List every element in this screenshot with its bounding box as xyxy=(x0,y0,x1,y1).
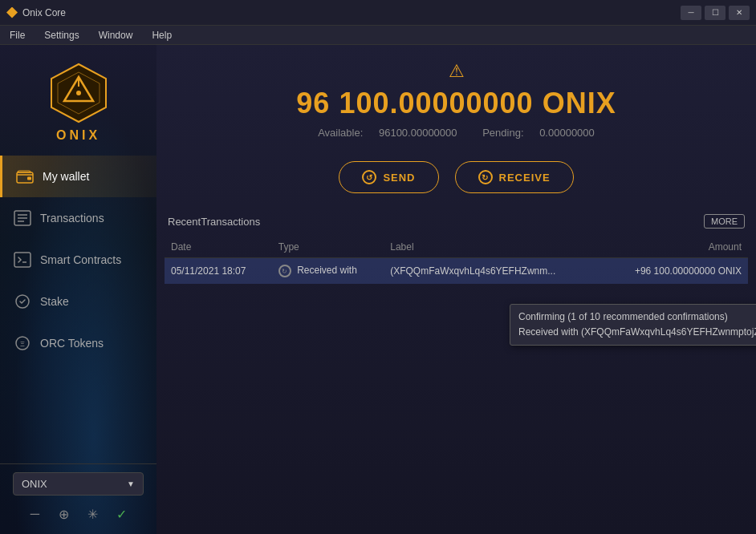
tx-label: (XFQQmFaWxqvhLq4s6YEFHZwnm... xyxy=(384,258,601,285)
minimize-button[interactable]: ─ xyxy=(681,6,701,20)
table-header-row: Date Type Label Amount xyxy=(165,237,748,258)
transactions-panel: RecentTransactions MORE Date Type Label … xyxy=(165,209,748,534)
menu-bar: File Settings Window Help xyxy=(0,26,756,45)
more-button[interactable]: MORE xyxy=(704,214,745,229)
svg-rect-11 xyxy=(14,253,30,267)
col-date: Date xyxy=(165,237,272,258)
network-label: ONIX xyxy=(22,478,47,490)
menu-settings[interactable]: Settings xyxy=(41,28,82,42)
orc-tokens-label: ORC Tokens xyxy=(40,337,104,350)
logo-text: ONIX xyxy=(56,128,100,143)
wallet-icon xyxy=(15,167,35,186)
sidebar-item-wallet[interactable]: My wallet xyxy=(0,156,156,197)
stake-label: Stake xyxy=(40,295,69,308)
pending-value: 0.00000000 xyxy=(539,127,595,139)
logo-area: ONIX xyxy=(0,45,156,156)
send-button[interactable]: ↺ SEND xyxy=(339,161,438,193)
title-bar-controls: ─ ☐ ✕ xyxy=(681,6,750,20)
maximize-button[interactable]: ☐ xyxy=(705,6,726,20)
transactions-header: RecentTransactions MORE xyxy=(165,209,748,233)
send-label: SEND xyxy=(383,172,415,184)
receive-label: RECEIVE xyxy=(499,172,551,184)
app-title: Onix Core xyxy=(22,7,66,18)
transactions-label: Transactions xyxy=(40,212,104,225)
menu-file[interactable]: File xyxy=(6,28,28,42)
logo-hex xyxy=(47,61,111,125)
minus-icon[interactable]: ─ xyxy=(26,505,44,523)
smart-contracts-label: Smart Contracts xyxy=(40,253,121,266)
receive-button[interactable]: ↻ RECEIVE xyxy=(455,161,574,193)
tooltip-line1: Confirming (1 of 10 recommended confirma… xyxy=(518,309,756,325)
main-content: ⚠ 96 100.00000000 ONIX Available: 96100.… xyxy=(156,45,756,534)
col-type: Type xyxy=(272,237,384,258)
tx-type: ↻ Received with xyxy=(272,258,384,285)
sidebar-item-stake[interactable]: Stake xyxy=(0,281,156,322)
sidebar-item-transactions[interactable]: Transactions xyxy=(0,197,156,239)
svg-text:Ξ: Ξ xyxy=(20,340,25,348)
sidebar-bottom: ONIX ▼ ─ ⊕ ✳ ✓ xyxy=(0,463,156,534)
smart-contracts-icon xyxy=(13,250,32,269)
chevron-down-icon: ▼ xyxy=(127,479,135,488)
menu-help[interactable]: Help xyxy=(148,28,175,42)
svg-point-3 xyxy=(76,91,81,95)
bottom-icons: ─ ⊕ ✳ ✓ xyxy=(13,502,144,526)
sidebar: ONIX My wallet xyxy=(0,45,156,534)
title-bar: Onix Core ─ ☐ ✕ xyxy=(0,0,756,26)
transaction-tooltip: Confirming (1 of 10 recommended confirma… xyxy=(510,304,756,346)
close-button[interactable]: ✕ xyxy=(729,6,750,20)
tooltip-line2: Received with (XFQQmFaWxqvhLq4s6YEFHZwnm… xyxy=(518,325,756,340)
pending-label: Pending: xyxy=(482,127,523,139)
transactions-title: RecentTransactions xyxy=(168,216,260,228)
col-label: Label xyxy=(384,237,601,258)
app-body: ONIX My wallet xyxy=(0,45,756,534)
menu-window[interactable]: Window xyxy=(96,28,136,42)
balance-area: ⚠ 96 100.00000000 ONIX Available: 96100.… xyxy=(156,45,756,152)
wallet-label: My wallet xyxy=(43,170,89,183)
tx-type-icon: ↻ xyxy=(278,265,291,277)
svg-rect-6 xyxy=(27,177,31,180)
stake-icon xyxy=(13,292,32,311)
col-amount: Amount xyxy=(602,237,748,258)
sidebar-item-orc-tokens[interactable]: Ξ ORC Tokens xyxy=(0,322,156,364)
sidebar-item-smart-contracts[interactable]: Smart Contracts xyxy=(0,239,156,281)
network-selector[interactable]: ONIX ▼ xyxy=(13,472,144,496)
available-label: Available: xyxy=(318,127,363,139)
app-icon xyxy=(6,7,18,18)
table-row[interactable]: 05/11/2021 18:07 ↻ Received with (XFQQmF… xyxy=(165,258,748,285)
transactions-table: Date Type Label Amount 05/11/2021 18:07 … xyxy=(165,237,748,284)
nav-items: My wallet Transactions xyxy=(0,156,156,463)
tx-amount: +96 100.00000000 ONIX xyxy=(602,258,748,285)
send-icon: ↺ xyxy=(362,170,376,184)
orc-tokens-icon: Ξ xyxy=(13,334,32,353)
check-icon[interactable]: ✓ xyxy=(113,505,131,523)
transactions-icon xyxy=(13,208,32,228)
balance-subtitle: Available: 96100.00000000 Pending: 0.000… xyxy=(173,127,740,139)
asterisk-icon[interactable]: ✳ xyxy=(84,505,102,523)
balance-amount: 96 100.00000000 ONIX xyxy=(173,87,740,120)
available-value: 96100.00000000 xyxy=(379,127,457,139)
warning-icon: ⚠ xyxy=(173,61,740,82)
action-buttons: ↺ SEND ↻ RECEIVE xyxy=(156,161,756,193)
title-bar-left: Onix Core xyxy=(6,7,66,18)
tx-date: 05/11/2021 18:07 xyxy=(165,258,272,285)
globe-icon[interactable]: ⊕ xyxy=(55,505,73,523)
receive-icon: ↻ xyxy=(478,170,493,184)
